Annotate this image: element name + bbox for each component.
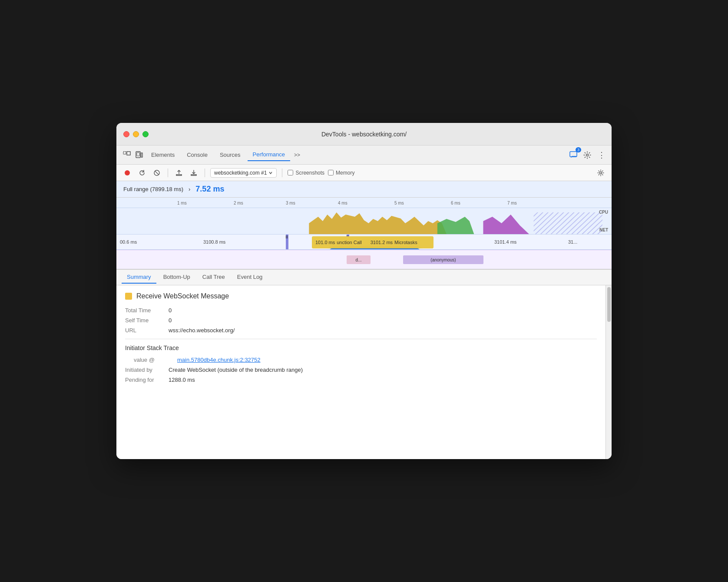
frame-label-3101ms: 3101.2 ms [371,240,393,245]
total-time-value: 0 [169,307,172,314]
nav-sources[interactable]: Sources [215,149,246,161]
memory-label: Memory [336,170,354,176]
range-bar: Full range (7899.18 ms) › 7.52 ms [116,181,612,198]
cpu-label: CPU [599,210,608,215]
ruler-mark-6ms: 6 ms [451,200,460,205]
devtools-window: DevTools - websocketking.com/ Elements C… [116,123,612,459]
nav-elements[interactable]: Elements [146,149,180,161]
frame-label-3: 31... [568,239,577,245]
tab-summary[interactable]: Summary [122,271,156,284]
net-label: NET [599,228,608,232]
url-row: URL wss://echo.websocket.org/ [125,327,597,334]
cpu-chart-svg [116,208,612,234]
event-color-indicator [125,293,132,300]
side-scrollbar[interactable] [606,285,612,459]
total-time-row: Total Time 0 [125,307,597,314]
value-label: value @ [134,357,177,363]
stack-trace-row: value @ main.5780db4e.chunk.js:2:32752 [125,357,597,363]
reload-button[interactable] [136,167,148,179]
tab-calltree[interactable]: Call Tree [197,271,230,284]
upload-button[interactable] [173,167,185,179]
initiated-by-label: Initiated by [125,367,169,373]
settings-gear-button[interactable] [595,167,606,179]
nav-right: 3 ⋮ [568,150,606,160]
chat-icon[interactable]: 3 [568,150,579,160]
frame-label-1: 3100.8 ms [203,239,225,245]
frame-label-microtasks: Microtasks [394,240,417,245]
range-arrow: › [189,186,190,192]
d-block-label: d... [356,258,362,262]
frame-label-2: 3101.4 ms [494,239,516,245]
ruler-mark-5ms: 5 ms [394,200,404,205]
cpu-chart: CPU NET [116,208,612,234]
self-time-label: Self Time [125,317,169,324]
url-value: wss://echo.websocket.org/ [169,327,235,334]
function-call-block[interactable]: 101.0 ms unction Call 3101.2 ms Microtas… [312,236,433,248]
tab-eventlog[interactable]: Event Log [232,271,268,284]
bottom-tabs: Summary Bottom-Up Call Tree Event Log [116,269,612,285]
self-time-value: 0 [169,317,172,324]
range-selected: 7.52 ms [195,185,224,194]
svg-point-5 [586,154,589,156]
svg-rect-2 [137,152,139,156]
range-label: Full range (7899.18 ms) [123,186,183,192]
svg-rect-4 [570,152,577,157]
record-button[interactable] [122,167,133,179]
tab-bottomup[interactable]: Bottom-Up [158,271,195,284]
pending-for-row: Pending for 1288.0 ms [125,377,597,383]
minimize-button[interactable] [133,131,139,137]
screenshots-label: Screenshots [295,170,324,176]
anon-block[interactable]: (anonymous) [403,255,483,264]
summary-title-row: Receive WebSocket Message [125,292,597,300]
memory-checkbox[interactable] [328,170,334,175]
frames-area: ⏸ ⏸ 00.6 ms 3100.8 ms 101.0 ms unction C… [116,234,612,250]
initiated-by-row: Initiated by Create WebSocket (outside o… [125,367,597,373]
svg-point-6 [125,170,130,175]
window-title: DevTools - websocketking.com/ [321,131,407,138]
clear-button[interactable] [151,167,162,179]
divider-1 [125,339,597,339]
url-label: URL [125,327,169,334]
timeline-area[interactable]: 1 ms 2 ms 3 ms 4 ms 5 ms 6 ms 7 ms CPU N… [116,198,612,269]
memory-checkbox-label[interactable]: Memory [328,170,354,176]
traffic-lights [123,131,149,137]
close-button[interactable] [123,131,129,137]
nav-performance[interactable]: Performance [248,149,290,161]
self-time-row: Self Time 0 [125,317,597,324]
frame-label-0: 00.6 ms [120,239,137,245]
settings-icon[interactable] [582,150,592,160]
stack-trace-link[interactable]: main.5780db4e.chunk.js:2:32752 [177,357,261,363]
initiator-section-title: Initiator Stack Trace [125,344,597,351]
maximize-button[interactable] [142,131,149,137]
d-block[interactable]: d... [347,255,371,264]
timeline-ruler: 1 ms 2 ms 3 ms 4 ms 5 ms 6 ms 7 ms [116,198,612,208]
separator3 [282,169,282,177]
more-options-icon[interactable]: ⋮ [596,150,606,160]
svg-rect-11 [534,212,602,234]
scrollbar-thumb[interactable] [607,287,611,322]
more-tabs-icon[interactable]: >> [292,150,302,160]
frame-label-unction: unction Call [337,240,361,245]
screenshots-checkbox[interactable] [288,170,293,175]
separator [168,169,168,177]
svg-rect-0 [123,152,126,154]
scroll-handle-left[interactable]: ⏸ [286,235,288,249]
summary-area: Receive WebSocket Message Total Time 0 S… [116,285,606,459]
url-dropdown[interactable]: websocketking.com #1 [210,168,277,178]
nav-console[interactable]: Console [182,149,213,161]
frame-label-101ms: 101.0 ms [315,240,335,245]
select-element-icon[interactable] [122,150,132,160]
ruler-mark-3ms: 3 ms [286,200,295,205]
url-value: websocketking.com #1 [214,170,267,176]
device-mode-icon[interactable] [134,150,144,160]
content-area: Receive WebSocket Message Total Time 0 S… [116,285,606,459]
devtools-navbar: Elements Console Sources Performance >> … [116,146,612,165]
svg-line-8 [155,171,159,175]
anon-block-label: (anonymous) [430,258,456,262]
download-button[interactable] [188,167,199,179]
secondary-toolbar: websocketking.com #1 Screenshots Memory [116,165,612,181]
ruler-mark-2ms: 2 ms [234,200,243,205]
pending-for-label: Pending for [125,377,169,383]
screenshots-checkbox-label[interactable]: Screenshots [288,170,324,176]
pending-for-value: 1288.0 ms [169,377,195,383]
